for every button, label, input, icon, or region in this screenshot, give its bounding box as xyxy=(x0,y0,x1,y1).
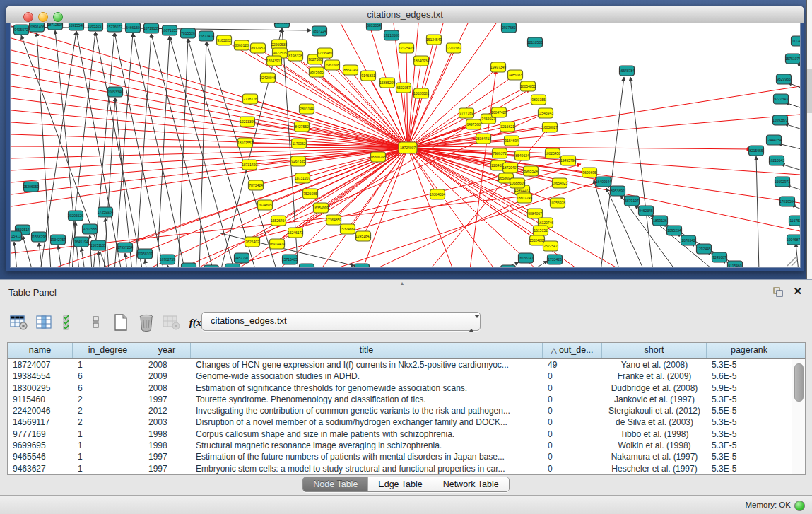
window-titlebar[interactable]: citations_edges.txt xyxy=(6,6,804,23)
graph-node-label: 15051135 xyxy=(90,243,106,247)
close-panel-icon[interactable]: ✕ xyxy=(793,285,802,298)
graph-node-label: 2522547 xyxy=(543,244,558,248)
table-cell: 5.6E-5 xyxy=(707,370,792,382)
graph-edge xyxy=(756,156,759,267)
table-cell: 2 xyxy=(73,416,143,428)
graph-node-label: 20053346 xyxy=(107,90,123,94)
graph-node-label: 7815526 xyxy=(181,31,195,35)
resize-grip[interactable] xyxy=(787,256,797,266)
graph-node-label: 15692971 xyxy=(775,180,790,184)
table-row[interactable]: 1938455462009Genome-wide association stu… xyxy=(8,370,792,382)
table-cell: 5.9E-5 xyxy=(707,382,792,394)
table-cell: 18300295 xyxy=(8,382,73,394)
select-columns-icon[interactable] xyxy=(59,313,81,332)
graph-node-label: 8854749 xyxy=(343,68,358,72)
tab-network-table[interactable]: Network Table xyxy=(433,477,509,491)
column-header-short[interactable]: short xyxy=(602,343,707,358)
graph-node-label: 9245012 xyxy=(225,267,240,268)
column-header-out_de[interactable]: △out_de... xyxy=(543,343,602,358)
graph-edge xyxy=(408,148,539,267)
table-columns-icon[interactable] xyxy=(34,313,55,332)
graph-edge xyxy=(81,247,85,267)
table-cell: 2 xyxy=(73,394,143,405)
table-cell: 18724007 xyxy=(8,359,73,370)
table-cell: 1 xyxy=(73,451,143,462)
graph-node-label: 6522057 xyxy=(396,86,411,90)
column-header-in_degree[interactable]: in_degree xyxy=(73,343,143,358)
table-row[interactable]: 1872400712008Changes of HCN gene express… xyxy=(8,359,792,370)
table-cell: 9463627 xyxy=(8,463,73,474)
table-cell: Stergiakouli et al. (2012) xyxy=(602,405,707,416)
table-cell: 2 xyxy=(73,405,143,416)
graph-node-label: 19495796 xyxy=(560,158,576,163)
graph-node-label: 19218506 xyxy=(384,33,399,37)
table-cell: 5.3E-5 xyxy=(707,463,792,474)
graph-edge xyxy=(95,32,143,267)
graph-node-label: 18054853 xyxy=(520,84,536,88)
scrollbar-thumb[interactable] xyxy=(794,363,804,402)
table-row[interactable]: 946554611997Estimation of the future num… xyxy=(8,451,792,462)
table-cell: 5.3E-5 xyxy=(707,416,792,428)
table-row[interactable]: 1456911722003Disruption of a novel membe… xyxy=(8,416,792,428)
graph-node-label: 10958107 xyxy=(137,252,153,256)
table-cell: 0 xyxy=(543,440,602,451)
column-header-year[interactable]: year xyxy=(143,343,191,358)
table-cell: 2012 xyxy=(143,405,191,416)
column-header-name[interactable]: name xyxy=(8,343,73,358)
tab-node-table[interactable]: Node Table xyxy=(303,477,368,491)
table-cell: 1 xyxy=(73,463,143,474)
graph-node-label: 20891406 xyxy=(29,25,45,29)
graph-node-label: 19497349 xyxy=(490,65,506,69)
row-height-icon[interactable] xyxy=(85,313,106,332)
graph-node-label: 2937682 xyxy=(502,25,516,30)
graph-node-label: 10025458 xyxy=(545,151,560,156)
graph-node-label: 15524861 xyxy=(529,238,545,243)
graph-node-label: 16914479 xyxy=(269,242,285,246)
table-cell: Disruption of a novel member of a sodium… xyxy=(191,416,543,428)
column-header-title[interactable]: title xyxy=(191,343,543,358)
graph-node-label: 9463627 xyxy=(300,267,314,268)
graph-node-label: 16526464 xyxy=(271,218,286,223)
graph-node-label: 8912953 xyxy=(251,46,265,50)
table-cell: 5.3E-5 xyxy=(707,451,792,462)
table-row[interactable]: 911546021997Tourette syndrome. Phenomeno… xyxy=(8,394,792,405)
graph-node-label: 16648784 xyxy=(619,69,635,73)
table-settings-icon[interactable] xyxy=(8,313,30,332)
table-cell: Tourette syndrome. Phenomenology and cla… xyxy=(191,394,543,405)
table-cell: 9777169 xyxy=(8,428,73,440)
table-cell: Genome-wide association studies in ADHD. xyxy=(191,370,543,382)
table-row[interactable]: 969969511998Structural magnetic resonanc… xyxy=(8,440,792,451)
table-cell: 1997 xyxy=(143,463,191,474)
delete-attribute-icon[interactable] xyxy=(136,313,157,332)
graph-node-label: 10756928 xyxy=(550,201,565,205)
graph-node-label: 23164418 xyxy=(476,136,491,141)
table-cell: 1 xyxy=(73,359,143,370)
table-row[interactable]: 2242004622012Investigating the contribut… xyxy=(8,405,792,416)
table-row[interactable]: 977716911998Corpus callosum shape and si… xyxy=(8,428,792,440)
network-canvas[interactable]: 1872400791638228860128891295322260538982… xyxy=(10,23,801,268)
table-cell: Franke et al. (2009) xyxy=(602,370,707,382)
delete-table-icon[interactable] xyxy=(161,313,182,332)
graph-node-label: 16120746 xyxy=(538,221,553,225)
table-cell: Jankovic et al. (1997) xyxy=(602,394,707,405)
graph-node-label: 12118506 xyxy=(527,40,543,45)
graph-node-label: 19342757 xyxy=(50,238,66,242)
table-row[interactable]: 1830029562008Estimation of significance … xyxy=(8,382,792,394)
graph-node-label: 7873424 xyxy=(249,183,263,187)
graph-node-label: 17364859 xyxy=(326,218,341,222)
table-row[interactable]: 946362711997Embryonic stem cells: a mode… xyxy=(8,463,792,474)
tab-edge-table[interactable]: Edge Table xyxy=(368,477,433,491)
graph-node-label: 12451842 xyxy=(355,234,371,238)
column-header-pagerank[interactable]: pagerank xyxy=(707,343,792,358)
memory-status-label: Memory: OK xyxy=(745,501,791,509)
table-cell: 9465546 xyxy=(8,451,73,462)
vertical-scrollbar[interactable] xyxy=(792,359,805,474)
graph-edge xyxy=(40,31,76,267)
graph-node-label: 16782759 xyxy=(160,257,175,262)
graph-node-label: 3915413 xyxy=(11,234,21,238)
graph-node-label: 9827505 xyxy=(273,51,287,55)
new-table-icon[interactable] xyxy=(110,313,131,332)
float-panel-icon[interactable] xyxy=(772,286,784,298)
table-cell: 19384554 xyxy=(8,370,73,382)
table-chooser-dropdown[interactable]: citations_edges.txt xyxy=(201,312,481,331)
